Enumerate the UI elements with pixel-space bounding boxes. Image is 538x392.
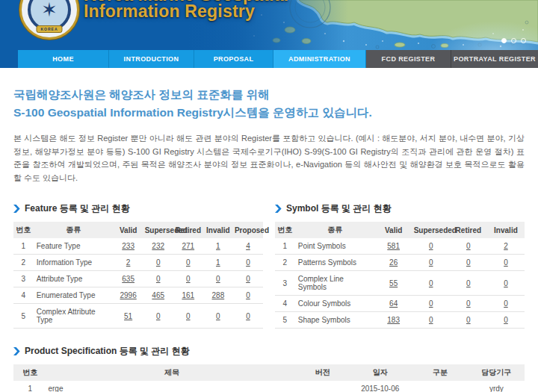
site-title: Korea Marine Geospatial Information Regi…: [84, 0, 288, 19]
column-header: 번호: [13, 364, 46, 381]
count-link[interactable]: 232: [152, 242, 164, 250]
count-cell: 0: [412, 296, 450, 312]
row-number: 5: [275, 312, 295, 329]
count-link[interactable]: 0: [504, 279, 508, 287]
count-link[interactable]: 465: [152, 291, 164, 299]
count-link[interactable]: 0: [246, 275, 250, 283]
row-number: 5: [13, 304, 34, 329]
column-header: Proposed: [233, 222, 263, 238]
table-row: 1Point Symbols581002: [275, 238, 525, 255]
count-link[interactable]: 0: [216, 312, 220, 320]
count-link[interactable]: 0: [504, 316, 508, 324]
count-link[interactable]: 51: [124, 312, 132, 320]
feature-table: 번호종류ValidSupersededRetiredInvalidPropose…: [13, 222, 263, 329]
count-cell: 635: [114, 271, 143, 287]
column-header: 번호: [275, 222, 295, 238]
column-header: 구분: [412, 364, 469, 381]
count-link[interactable]: 55: [389, 279, 398, 287]
type-name: Attribute Type: [34, 271, 114, 287]
count-link[interactable]: 0: [156, 258, 161, 267]
count-link[interactable]: 0: [504, 258, 508, 267]
count-cell: 161: [173, 287, 203, 304]
table-row: 3Attribute Type6350000: [13, 271, 263, 287]
count-link[interactable]: 183: [387, 316, 400, 324]
count-link[interactable]: 0: [466, 242, 471, 250]
count-cell: 0: [487, 271, 525, 296]
count-link[interactable]: 288: [212, 291, 225, 299]
chevron-right-icon: [275, 205, 282, 213]
count-link[interactable]: 2: [504, 242, 508, 250]
nav-item-administration[interactable]: ADMINISTRATION: [273, 50, 366, 68]
count-cell: 2: [487, 238, 525, 255]
count-link[interactable]: 635: [122, 275, 134, 283]
version-cell: [297, 381, 348, 392]
count-link[interactable]: 0: [246, 312, 250, 320]
count-link[interactable]: 0: [186, 312, 191, 320]
count-cell: 0: [487, 255, 525, 271]
count-cell: 0: [173, 271, 203, 287]
count-cell: 288: [203, 287, 233, 304]
count-link[interactable]: 581: [387, 242, 400, 250]
count-link[interactable]: 0: [186, 275, 191, 283]
type-name: Information Type: [34, 255, 114, 271]
count-cell: 0: [412, 255, 450, 271]
count-link[interactable]: 2996: [120, 291, 137, 299]
carousel-dot[interactable]: [511, 38, 516, 43]
count-link[interactable]: 26: [389, 258, 398, 267]
count-cell: 51: [114, 304, 143, 329]
count-cell: 55: [375, 271, 412, 296]
product-title-link[interactable]: erge: [48, 385, 63, 392]
count-link[interactable]: 271: [182, 242, 194, 250]
carousel-dot-active[interactable]: [501, 38, 507, 43]
count-link[interactable]: 0: [246, 291, 250, 299]
column-header: 종류: [34, 222, 114, 238]
site-title-line2: Information Registry: [84, 3, 288, 19]
count-link[interactable]: 1: [216, 242, 220, 250]
count-cell: 465: [143, 287, 173, 304]
count-link[interactable]: 1: [216, 258, 220, 267]
count-cell: 0: [143, 255, 173, 271]
count-link[interactable]: 0: [466, 279, 471, 287]
count-link[interactable]: 64: [389, 299, 398, 308]
count-link[interactable]: 2: [126, 258, 131, 267]
count-link[interactable]: 0: [156, 275, 161, 283]
count-link[interactable]: 0: [429, 258, 433, 267]
row-number: 2: [275, 255, 295, 271]
count-cell: 0: [203, 271, 233, 287]
count-link[interactable]: 161: [182, 291, 194, 299]
count-link[interactable]: 0: [429, 299, 433, 308]
count-link[interactable]: 0: [504, 299, 508, 308]
nav-item-home[interactable]: HOME: [18, 50, 109, 68]
count-link[interactable]: 0: [466, 299, 471, 308]
count-link[interactable]: 0: [429, 316, 433, 324]
count-cell: 0: [233, 304, 263, 329]
count-link[interactable]: 0: [156, 312, 161, 320]
count-cell: 581: [375, 238, 412, 255]
table-row: 5Complex Attribute Type510000: [13, 304, 263, 329]
table-row: 5Shape Symbols183000: [275, 312, 525, 329]
khoa-logo: ✶ KOREA: [19, 0, 79, 40]
count-link[interactable]: 0: [186, 258, 191, 267]
count-cell: 233: [114, 238, 143, 255]
row-number: 1: [275, 238, 295, 255]
count-cell: 1: [203, 238, 233, 255]
column-header: 일자: [348, 364, 412, 381]
count-link[interactable]: 0: [429, 242, 433, 250]
count-link[interactable]: 0: [466, 258, 471, 267]
column-header: 담당기구: [469, 364, 525, 381]
chevron-right-icon: [13, 205, 20, 213]
column-header: Valid: [114, 222, 143, 238]
count-link[interactable]: 0: [429, 279, 433, 287]
count-link[interactable]: 0: [216, 275, 220, 283]
count-link[interactable]: 233: [122, 242, 134, 250]
nav-item-portrayal-register[interactable]: PORTRAYAL REGISTER: [451, 50, 538, 68]
count-cell: 0: [143, 271, 173, 287]
count-link[interactable]: 0: [466, 316, 471, 324]
nav-item-proposal[interactable]: PROPOSAL: [194, 50, 273, 68]
type-name: Complex Attribute Type: [34, 304, 114, 329]
carousel-dot[interactable]: [521, 38, 526, 43]
count-link[interactable]: 0: [246, 258, 250, 267]
nav-item-fcd-register[interactable]: FCD REGISTER: [366, 50, 451, 68]
count-link[interactable]: 4: [246, 242, 250, 250]
nav-item-introduction[interactable]: INTRODUCTION: [109, 50, 194, 68]
